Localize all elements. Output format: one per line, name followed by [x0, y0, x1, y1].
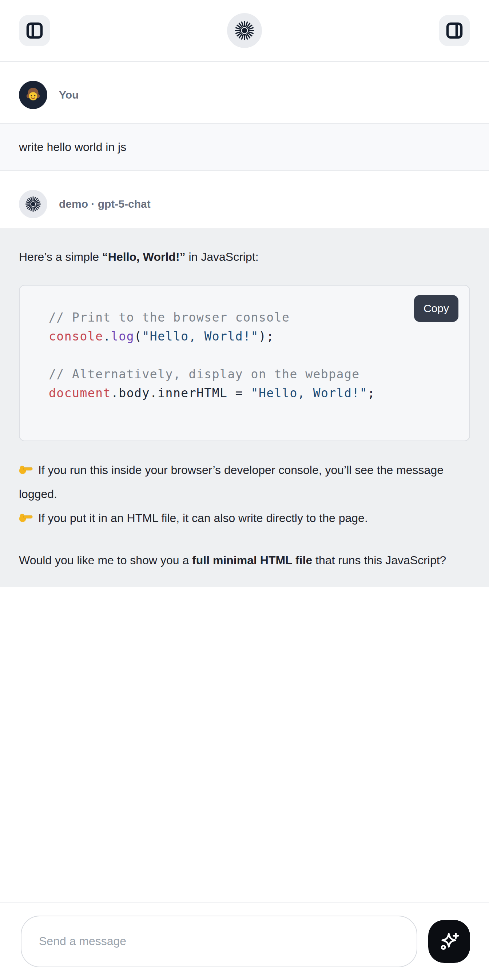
toggle-left-sidebar-button[interactable]: [19, 15, 50, 46]
user-message-text: write hello world in js: [19, 140, 126, 154]
assistant-message-bubble: Here’s a simple “Hello, World!” in JavaS…: [0, 228, 489, 587]
point-right-emoji-icon: [19, 462, 33, 476]
chat-app-screen: You write hello world in js demo · gpt-5…: [0, 0, 489, 980]
point-right-emoji-icon: [19, 511, 33, 524]
code-content: // Print to the browser consoleconsole.l…: [49, 308, 455, 403]
panel-left-icon: [25, 21, 44, 40]
user-sender-name: You: [59, 89, 79, 101]
assistant-avatar: [19, 190, 47, 218]
starburst-logo-icon: [234, 20, 255, 41]
message-input[interactable]: [21, 916, 417, 967]
user-sender-row: You: [0, 81, 489, 109]
person-emoji-icon: [24, 86, 42, 104]
assistant-tips-paragraph: If you run this inside your browser’s de…: [19, 458, 470, 530]
top-bar: [0, 0, 489, 62]
user-message-bubble: write hello world in js: [0, 123, 489, 171]
panel-right-icon: [445, 21, 464, 40]
assistant-intro-paragraph: Here’s a simple “Hello, World!” in JavaS…: [19, 245, 470, 269]
code-block: Copy // Print to the browser consolecons…: [19, 285, 470, 441]
toggle-right-sidebar-button[interactable]: [439, 15, 470, 46]
starburst-avatar-icon: [25, 196, 41, 212]
assistant-sender-name: demo · gpt-5-chat: [59, 198, 151, 210]
generate-button[interactable]: [428, 920, 470, 963]
app-logo-badge[interactable]: [227, 13, 262, 48]
chat-empty-space: [0, 587, 489, 902]
assistant-question-paragraph: Would you like me to show you a full min…: [19, 548, 470, 572]
user-avatar: [19, 81, 47, 109]
copy-code-button[interactable]: Copy: [414, 295, 459, 322]
message-composer-bar: [0, 902, 489, 980]
sparkles-icon: [438, 930, 460, 953]
assistant-sender-row: demo · gpt-5-chat: [0, 190, 489, 218]
